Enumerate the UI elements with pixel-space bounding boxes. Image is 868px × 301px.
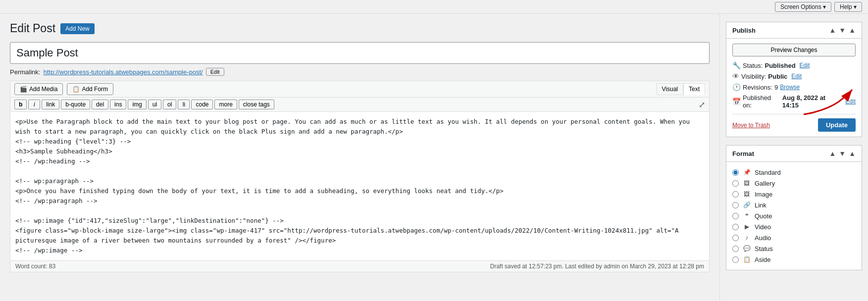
add-form-button[interactable]: 📋 Add Form: [67, 83, 113, 95]
fullscreen-button[interactable]: ⤢: [699, 100, 705, 109]
add-media-button[interactable]: 🎬 Add Media: [14, 83, 63, 95]
format-option-video: ▶ Video: [732, 221, 856, 232]
format-radio-image[interactable]: [732, 191, 739, 198]
text-tab[interactable]: Text: [683, 83, 705, 95]
format-box-title: Format: [732, 150, 754, 157]
published-icon: 📅: [732, 98, 741, 105]
format-label-audio: Audio: [755, 234, 771, 242]
format-icon-gallery: 🖼: [743, 179, 751, 187]
page-title: Edit Post: [10, 22, 55, 35]
more-button[interactable]: more: [214, 100, 237, 109]
permalink-label: Permalink:: [10, 68, 40, 76]
format-radio-standard[interactable]: [732, 169, 739, 176]
italic-button[interactable]: i: [28, 100, 40, 109]
form-icon: 📋: [72, 86, 80, 93]
format-label-link: Link: [755, 201, 766, 209]
ins-button[interactable]: ins: [110, 100, 126, 109]
del-button[interactable]: del: [92, 100, 108, 109]
word-count: Word count: 83: [15, 263, 55, 270]
format-option-audio: ♪ Audio: [732, 232, 856, 243]
revisions-label: Revisions:: [743, 84, 772, 91]
link-button[interactable]: link: [42, 100, 59, 109]
format-label-quote: Quote: [755, 212, 772, 220]
publish-collapse-up[interactable]: ▲: [829, 26, 836, 34]
format-icon-status: 💬: [743, 245, 751, 252]
format-icon-link: 🔗: [743, 201, 751, 209]
ol-button[interactable]: ol: [163, 100, 176, 109]
status-icon: 🔧: [732, 61, 741, 69]
status-value: Published: [765, 62, 795, 69]
visibility-edit-link[interactable]: Edit: [791, 73, 802, 80]
visibility-value: Public: [768, 73, 787, 80]
editor-area[interactable]: <p>Use the Paragraph block to add the ma…: [10, 111, 710, 261]
publish-box: Publish ▲ ▼ ▲ Preview Changes 🔧 Status: …: [726, 22, 862, 137]
publish-close[interactable]: ▲: [849, 26, 856, 34]
format-option-image: 🖼 Image: [732, 189, 856, 200]
sidebar: Publish ▲ ▼ ▲ Preview Changes 🔧 Status: …: [719, 14, 868, 301]
visual-tab[interactable]: Visual: [657, 83, 683, 95]
status-edit-link[interactable]: Edit: [800, 62, 810, 69]
preview-changes-button[interactable]: Preview Changes: [732, 44, 856, 56]
update-button[interactable]: Update: [818, 118, 856, 132]
bold-button[interactable]: b: [14, 100, 27, 109]
published-edit-link[interactable]: Edit: [845, 98, 856, 105]
add-new-button[interactable]: Add New: [60, 23, 95, 34]
screen-options-button[interactable]: Screen Options ▾: [775, 2, 831, 12]
format-label-standard: Standard: [755, 169, 781, 176]
formatting-toolbar: b i link b-quote del ins img ul ol li co…: [10, 97, 710, 111]
format-close[interactable]: ▲: [849, 150, 856, 157]
visibility-label: Visibility:: [741, 73, 766, 80]
permalink-edit-button[interactable]: Edit: [206, 68, 224, 76]
close-tags-button[interactable]: close tags: [239, 100, 274, 109]
format-radio-gallery[interactable]: [732, 180, 739, 187]
format-icon-standard: 📌: [743, 168, 751, 176]
editor-footer: Word count: 83 Draft saved at 12:57:23 p…: [10, 261, 710, 272]
format-collapse-up[interactable]: ▲: [829, 150, 836, 157]
format-label-video: Video: [755, 223, 771, 231]
format-icon-aside: 📋: [743, 255, 751, 263]
format-option-standard: 📌 Standard: [732, 167, 856, 178]
post-title-input[interactable]: [10, 42, 710, 64]
format-label-aside: Aside: [755, 256, 771, 263]
permalink-link[interactable]: http://wordpress-tutorials.atwebpages.co…: [43, 68, 203, 76]
img-button[interactable]: img: [128, 100, 146, 109]
format-radio-audio[interactable]: [732, 235, 739, 241]
upload-icon: 🎬: [20, 86, 27, 93]
revisions-icon: 🕐: [732, 83, 741, 91]
published-label: Published on:: [743, 94, 780, 109]
format-radio-video[interactable]: [732, 224, 739, 230]
format-icon-image: 🖼: [743, 190, 751, 198]
format-option-link: 🔗 Link: [732, 200, 856, 210]
format-option-status: 💬 Status: [732, 243, 856, 254]
help-button[interactable]: Help ▾: [834, 2, 862, 12]
status-label: Status:: [743, 62, 763, 69]
format-option-quote: ❝ Quote: [732, 210, 856, 221]
publish-collapse-down[interactable]: ▼: [839, 26, 846, 34]
visibility-icon: 👁: [732, 72, 739, 80]
format-radio-aside[interactable]: [732, 256, 739, 263]
format-icon-audio: ♪: [743, 234, 751, 242]
blockquote-button[interactable]: b-quote: [61, 100, 90, 109]
format-label-gallery: Gallery: [755, 180, 775, 187]
format-box: Format ▲ ▼ ▲ 📌 Standard 🖼 Gallery 🖼 Imag…: [726, 145, 862, 270]
publish-box-title: Publish: [732, 27, 756, 34]
format-radio-quote[interactable]: [732, 213, 739, 219]
li-button[interactable]: li: [178, 100, 190, 109]
format-option-gallery: 🖼 Gallery: [732, 178, 856, 189]
move-to-trash-link[interactable]: Move to Trash: [732, 122, 770, 129]
format-label-status: Status: [755, 245, 773, 252]
published-value: Aug 8, 2022 at 14:15: [782, 94, 842, 109]
revisions-value: 9: [774, 84, 778, 91]
revisions-browse-link[interactable]: Browse: [780, 84, 800, 91]
format-icon-video: ▶: [743, 223, 751, 231]
ul-button[interactable]: ul: [148, 100, 161, 109]
format-collapse-down[interactable]: ▼: [839, 150, 846, 157]
format-radio-status[interactable]: [732, 246, 739, 252]
format-option-aside: 📋 Aside: [732, 254, 856, 265]
draft-saved-status: Draft saved at 12:57:23 pm. Last edited …: [490, 263, 704, 270]
code-button[interactable]: code: [191, 100, 213, 109]
format-radio-link[interactable]: [732, 202, 739, 208]
format-label-image: Image: [755, 191, 772, 198]
format-icon-quote: ❝: [743, 212, 751, 220]
